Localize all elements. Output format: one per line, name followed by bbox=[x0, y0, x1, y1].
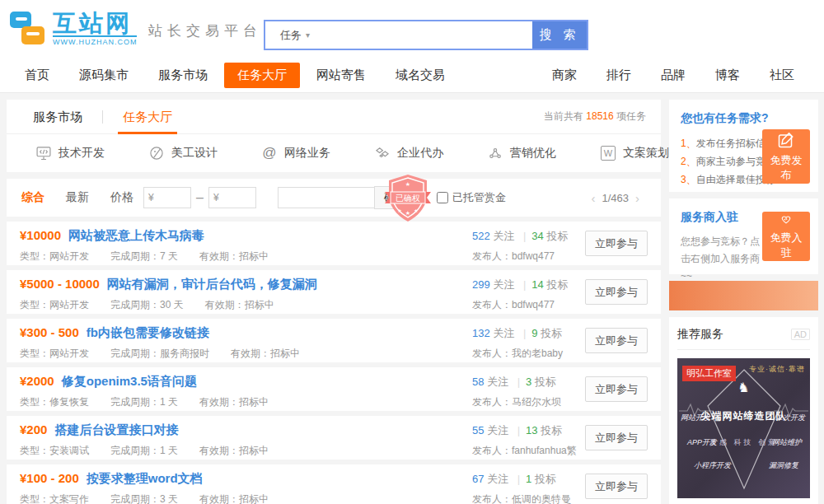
logo-text: 互站网 bbox=[53, 11, 137, 35]
search-category-value: 任务 bbox=[280, 28, 302, 43]
price-max-input[interactable] bbox=[221, 191, 251, 204]
search-bar: 任务 ▾ 搜 索 bbox=[264, 20, 588, 50]
main-nav: 首页源码集市服务市场任务大厅网站寄售域名交易 商家排行品牌博客社区 bbox=[0, 58, 824, 93]
stats-separator: | bbox=[523, 230, 526, 242]
category-label: 企业代办 bbox=[397, 146, 443, 161]
service-tag: 二次开发 bbox=[775, 413, 805, 423]
price-min-input[interactable] bbox=[156, 191, 186, 204]
hall-tabs: 服务市场 任务大厅 当前共有 18516 项任务 bbox=[7, 100, 661, 134]
heart-hands-icon bbox=[776, 212, 796, 227]
category-label: 网络业务 bbox=[284, 146, 330, 161]
meta-field: 有效期：招标中 bbox=[199, 445, 269, 456]
bid-count: 3 bbox=[526, 376, 531, 388]
nav-item-源码集市[interactable]: 源码集市 bbox=[66, 63, 142, 88]
site-logo[interactable]: 互站网 WWW.HUZHAN.COM bbox=[10, 10, 137, 46]
prev-page-arrow[interactable]: ‹ bbox=[591, 191, 595, 205]
task-price: ¥300 - 500 bbox=[20, 325, 79, 339]
tab-task-hall[interactable]: 任务大厅 bbox=[111, 100, 184, 134]
task-title-link[interactable]: 搭建后台设置接口对接 bbox=[54, 422, 178, 438]
palette-icon bbox=[147, 144, 166, 162]
task-title-link[interactable]: 修复openim3.5语音问题 bbox=[62, 374, 197, 390]
join-button[interactable]: 立即参与 bbox=[585, 328, 648, 353]
sort-comprehensive[interactable]: 综合 bbox=[21, 190, 44, 205]
free-publish-label: 免费发布 bbox=[767, 153, 805, 183]
join-button[interactable]: 立即参与 bbox=[585, 425, 648, 450]
category-网络业务[interactable]: @网络业务 bbox=[260, 144, 330, 162]
task-stats: 55 关注 |13 投标发布人：fanhufanhua繁 bbox=[472, 423, 577, 458]
task-title-link[interactable]: fb内嵌包需要修改链接 bbox=[87, 325, 209, 341]
code-monitor-icon bbox=[35, 144, 53, 162]
join-button[interactable]: 立即参与 bbox=[585, 474, 648, 499]
recommend-panel: 推荐服务 AD 明弘工作室 专业·诚信·靠谱 ♞ 尖端网站缔造团队 灵感 科技 … bbox=[669, 317, 818, 504]
meta-field: 有效期：招标中 bbox=[231, 348, 300, 359]
meta-field: 有效期：招标中 bbox=[199, 250, 269, 262]
nav-right-item-品牌[interactable]: 品牌 bbox=[649, 63, 697, 88]
molecule-icon bbox=[486, 144, 504, 162]
verified-shield-badge: 已确权 ★ ★ ★ ★ bbox=[384, 174, 432, 225]
escrow-checkbox[interactable] bbox=[437, 192, 448, 203]
join-button[interactable]: 立即参与 bbox=[585, 376, 648, 402]
filter-bar: 综合 最新 价格 ¥ – ¥ 确定 已托管赏金 已确权 ★ ★ ★ ★ bbox=[7, 179, 661, 217]
category-企业代办[interactable]: 企业代办 bbox=[373, 144, 443, 162]
search-button[interactable]: 搜 索 bbox=[532, 21, 587, 49]
search-input[interactable] bbox=[325, 21, 532, 49]
service-tag: APP开发 bbox=[687, 437, 717, 448]
category-技术开发[interactable]: 技术开发 bbox=[35, 144, 105, 162]
category-营销优化[interactable]: 营销优化 bbox=[486, 144, 556, 162]
free-join-button[interactable]: 免费入驻 bbox=[762, 212, 810, 261]
task-title-link[interactable]: 网站有漏洞，审计后台代码，修复漏洞 bbox=[107, 277, 317, 292]
stats-line: 522 关注 |34 投标 bbox=[472, 229, 568, 244]
follow-count: 67 bbox=[472, 473, 484, 485]
nav-right-item-商家[interactable]: 商家 bbox=[541, 63, 588, 88]
keyword-input[interactable] bbox=[278, 187, 375, 208]
meta-field: 完成周期：3 天 bbox=[110, 493, 178, 504]
promo-banner[interactable] bbox=[669, 281, 818, 310]
task-count: 当前共有 18516 项任务 bbox=[544, 110, 646, 124]
pagination: ‹ 1 / 463 › bbox=[584, 191, 646, 205]
nav-right-item-排行[interactable]: 排行 bbox=[595, 63, 643, 88]
follow-count: 299 bbox=[472, 278, 490, 291]
yen-symbol: ¥ bbox=[148, 192, 154, 203]
nav-item-服务市场[interactable]: 服务市场 bbox=[145, 63, 221, 88]
category-美工设计[interactable]: 美工设计 bbox=[147, 144, 218, 162]
follow-count: 55 bbox=[472, 424, 484, 436]
nav-item-任务大厅[interactable]: 任务大厅 bbox=[224, 63, 300, 88]
free-join-label: 免费入驻 bbox=[767, 231, 805, 260]
nav-item-域名交易[interactable]: 域名交易 bbox=[382, 63, 458, 88]
task-stats: 299 关注 |14 投标发布人：bdfwq477 bbox=[472, 278, 568, 312]
recommend-service-image[interactable]: 明弘工作室 专业·诚信·靠谱 ♞ 尖端网站缔造团队 灵感 科技 创意 网站开发A… bbox=[677, 358, 810, 498]
nav-item-网站寄售[interactable]: 网站寄售 bbox=[303, 63, 379, 88]
free-publish-button[interactable]: 免费发布 bbox=[762, 129, 810, 184]
svg-text:★: ★ bbox=[405, 210, 410, 216]
current-page: 1 bbox=[602, 192, 607, 204]
join-button[interactable]: 立即参与 bbox=[585, 279, 648, 305]
task-row: ¥100 - 200按要求整理word文档类型：文案写作完成周期：3 天有效期：… bbox=[7, 464, 661, 504]
next-page-arrow[interactable]: › bbox=[635, 191, 639, 205]
task-price: ¥10000 bbox=[20, 228, 61, 242]
task-title-link[interactable]: 网站被恶意上传木马病毒 bbox=[68, 228, 204, 244]
search-category-select[interactable]: 任务 ▾ bbox=[265, 21, 325, 49]
meta-field: 完成周期：7 天 bbox=[110, 250, 178, 262]
price-range-dash: – bbox=[196, 190, 204, 205]
nav-item-首页[interactable]: 首页 bbox=[12, 63, 63, 88]
sort-price[interactable]: 价格 bbox=[110, 190, 133, 205]
task-row: ¥10000网站被恶意上传木马病毒类型：网站开发完成周期：7 天有效期：招标中5… bbox=[7, 222, 661, 265]
provider-panel-desc: 您想参与竞标？点击右侧加入服务商~~ bbox=[681, 233, 766, 285]
category-文案策划[interactable]: W文案策划 bbox=[599, 144, 669, 162]
task-title-link[interactable]: 按要求整理word文档 bbox=[87, 471, 203, 487]
meta-field: 完成周期：服务商报时 bbox=[110, 348, 209, 359]
meta-field: 类型：网站开发 bbox=[20, 250, 89, 262]
task-stats: 132 关注 |9 投标发布人：我的老baby bbox=[472, 326, 563, 361]
stats-separator: | bbox=[517, 424, 520, 436]
nav-right-item-博客[interactable]: 博客 bbox=[704, 63, 751, 88]
tab-service-market[interactable]: 服务市场 bbox=[21, 100, 94, 134]
meta-field: 有效期：招标中 bbox=[199, 396, 269, 408]
task-publisher: 发布人：bdfwq477 bbox=[472, 298, 568, 312]
task-price: ¥100 - 200 bbox=[20, 471, 79, 485]
demand-item-number: 2、 bbox=[681, 156, 696, 167]
meta-field: 完成周期：1 天 bbox=[110, 396, 178, 408]
chevron-down-icon: ▾ bbox=[306, 30, 310, 40]
nav-right-item-社区[interactable]: 社区 bbox=[758, 63, 806, 88]
sort-newest[interactable]: 最新 bbox=[66, 190, 89, 205]
join-button[interactable]: 立即参与 bbox=[585, 231, 648, 256]
